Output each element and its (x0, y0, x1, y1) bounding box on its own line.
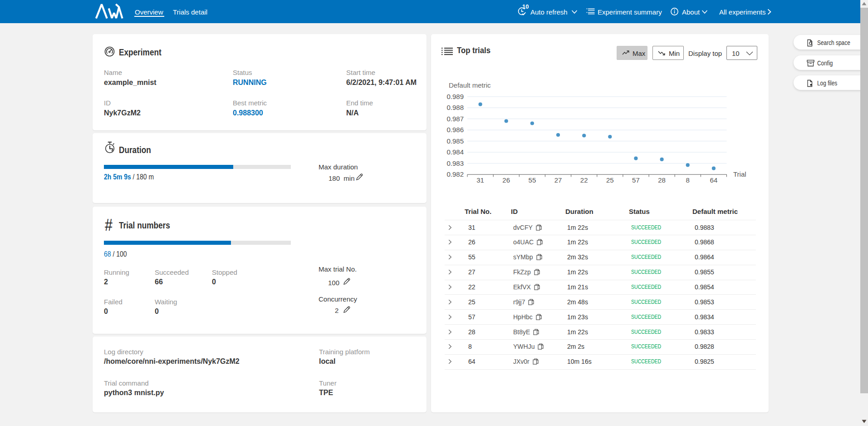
svg-text:27: 27 (554, 176, 562, 184)
svg-text:25: 25 (606, 176, 614, 184)
svg-text:Default metric: Default metric (449, 81, 491, 89)
svg-text:28: 28 (658, 176, 666, 184)
svg-text:0.983: 0.983 (446, 159, 464, 167)
svg-text:0.984: 0.984 (446, 148, 464, 156)
svg-text:31: 31 (476, 176, 484, 184)
svg-text:0.985: 0.985 (446, 137, 464, 145)
svg-text:55: 55 (529, 176, 536, 184)
svg-text:8: 8 (686, 176, 690, 184)
svg-text:22: 22 (580, 176, 588, 184)
svg-text:0.989: 0.989 (446, 93, 464, 100)
svg-text:0.986: 0.986 (446, 126, 464, 134)
svg-text:26: 26 (502, 176, 510, 184)
svg-text:Trial: Trial (733, 170, 746, 178)
svg-text:64: 64 (710, 176, 718, 184)
svg-text:0.987: 0.987 (446, 115, 464, 123)
svg-text:57: 57 (632, 176, 640, 184)
svg-text:0.982: 0.982 (446, 170, 464, 178)
svg-text:0.988: 0.988 (446, 104, 464, 111)
